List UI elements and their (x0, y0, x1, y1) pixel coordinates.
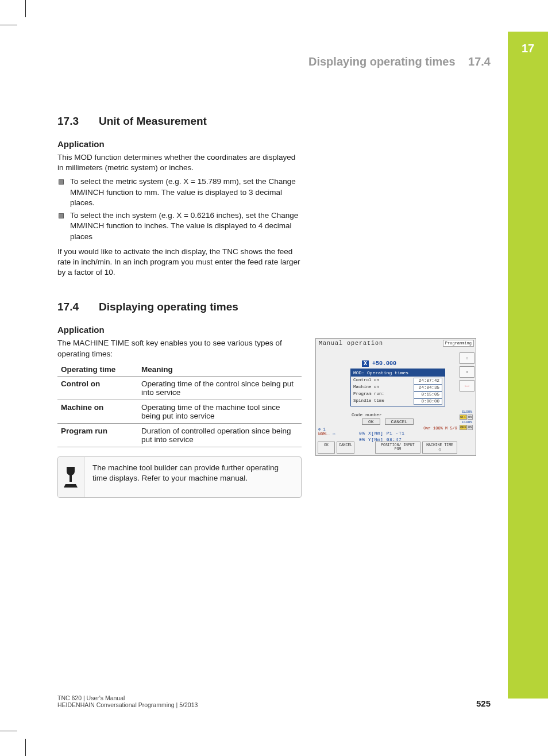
ss-coordinate-display: X+50.000 (362, 360, 396, 367)
ss-cancel-button[interactable]: CANCEL (385, 419, 414, 425)
ss-softkey-ok[interactable]: OK (318, 442, 335, 454)
body-text: If you would like to activate the inch d… (57, 247, 302, 278)
ss-axis-x-label: X (362, 360, 369, 367)
ss-side-button[interactable]: ⬍ (460, 366, 474, 378)
ss-row-value: 0:00:00 (414, 398, 442, 405)
ss-row-value: 24:04:35 (414, 385, 442, 392)
footer-line-2: HEIDENHAIN Conversational Programming | … (57, 701, 198, 708)
machine-builder-icon (58, 457, 84, 497)
body-text: This MOD function determines whether the… (57, 152, 302, 173)
running-header: Displaying operating times 17.4 (308, 55, 491, 68)
ss-noml-label: NOML. (318, 432, 330, 436)
ss-axis-line: 0% X[Nm] P1 -T1 (359, 431, 405, 436)
ss-row-value: 24:07:42 (414, 378, 442, 385)
ss-ok-button[interactable]: OK (362, 419, 380, 425)
ss-softkey-cancel[interactable]: CANCEL (337, 442, 354, 454)
ss-row-label: Control on (353, 378, 379, 385)
footer-line-1: TNC 620 | User's Manual (57, 694, 198, 701)
table-cell-value: Operating time of the control since bein… (138, 376, 302, 400)
table-row: Control on Operating time of the control… (57, 376, 302, 400)
section-title: Unit of Measurement (99, 115, 207, 127)
ss-code-number-label: Code number (352, 412, 382, 417)
ss-operating-times-dialog: MOD: Operating times Control on24:07:42 … (350, 369, 445, 406)
tnc-screenshot: Manual operation Programming X+50.000 MO… (315, 338, 476, 456)
note-text: The machine tool builder can provide fur… (84, 457, 301, 489)
section-heading-17-4: 17.4Displaying operating times (57, 301, 483, 313)
ss-programming-button[interactable]: Programming (443, 340, 474, 347)
table-header: Operating time (57, 363, 138, 377)
ss-dialog-title: MOD: Operating times (351, 369, 445, 377)
ss-axis-x-value: +50.000 (372, 360, 396, 367)
crop-mark (0, 731, 17, 731)
ss-row-label: Machine on (353, 385, 379, 392)
table-cell-value: Operating time of the machine tool since… (138, 400, 302, 423)
ss-off-button[interactable]: OFF (460, 415, 467, 420)
section-heading-17-3: 17.3Unit of Measurement (57, 115, 483, 128)
ss-row-label: Program run: (353, 392, 384, 398)
chapter-tab: 17 (508, 32, 548, 699)
section-number: 17.4 (57, 301, 99, 313)
svg-rect-0 (70, 474, 72, 482)
ss-mode-label: Manual operation (319, 340, 383, 347)
table-cell-value: Duration of controlled operation since b… (138, 423, 302, 447)
section-number: 17.3 (57, 115, 99, 128)
ss-row-value: 0:15:05 (414, 392, 442, 398)
ss-side-button[interactable]: ▭ (460, 352, 474, 364)
subheading-application: Application (57, 325, 483, 335)
ss-off-button[interactable]: OFF (460, 425, 467, 430)
ss-on-button[interactable]: ON (468, 415, 473, 420)
section-title: Displaying operating times (99, 301, 238, 313)
ss-softkey-position[interactable]: POSITION/ INPUT PGM (375, 442, 421, 454)
ss-status-right: Ovr 100% M 5/9 (423, 426, 457, 431)
page-footer: TNC 620 | User's Manual HEIDENHAIN Conve… (57, 694, 491, 708)
table-cell-key: Machine on (57, 400, 138, 423)
subheading-application: Application (57, 139, 483, 149)
table-cell-key: Program run (57, 423, 138, 447)
operating-times-table: Operating time Meaning Control on Operat… (57, 363, 302, 447)
crop-mark (25, 739, 26, 756)
header-title: Displaying operating times (308, 55, 456, 68)
bullet-list: To select the metric system (e.g. X = 15… (57, 176, 302, 241)
header-section-number: 17.4 (468, 55, 491, 68)
list-item: To select the metric system (e.g. X = 15… (57, 176, 302, 208)
ss-side-button[interactable]: ⟵⟶ (460, 380, 474, 392)
ss-f100-label: F100% (460, 420, 474, 424)
table-header: Meaning (138, 363, 302, 377)
crop-mark (25, 0, 26, 17)
ss-s100-label: S100% (460, 410, 474, 414)
list-item: To select the inch system (e.g. X = 0.62… (57, 210, 302, 242)
crop-mark (0, 25, 17, 25)
page-number: 525 (476, 699, 491, 708)
ss-row-label: Spindle time (353, 398, 384, 405)
ss-on-button[interactable]: ON (468, 425, 473, 430)
table-cell-key: Control on (57, 376, 138, 400)
table-row: Machine on Operating time of the machine… (57, 400, 302, 423)
note-box: The machine tool builder can provide fur… (57, 456, 302, 498)
ss-softkey-machine-time[interactable]: MACHINE TIME ◯ (422, 442, 457, 454)
body-text: The MACHINE TIME soft key enables you to… (57, 338, 302, 359)
table-row: Program run Duration of controlled opera… (57, 423, 302, 447)
